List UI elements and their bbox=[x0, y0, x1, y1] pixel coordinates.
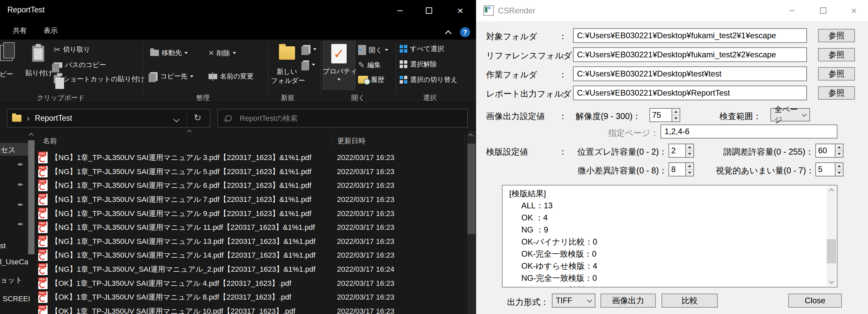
sidebar-scroll-up[interactable] bbox=[30, 134, 33, 137]
collapse-ribbon-button[interactable] bbox=[446, 31, 451, 36]
dropdown-caret-icon bbox=[233, 52, 236, 54]
list-scrollbar-thumb[interactable] bbox=[467, 144, 475, 234]
browse-button[interactable]: 参照 bbox=[818, 29, 855, 42]
copy-to-button[interactable]: コピー先 bbox=[150, 72, 193, 81]
open-icon bbox=[358, 45, 366, 55]
scissors-icon: ✂ bbox=[54, 46, 60, 54]
tab-share[interactable]: 共有 bbox=[8, 21, 32, 39]
sidebar-item[interactable]: SCREEI bbox=[3, 294, 30, 303]
sidebar-item-quick-access[interactable]: セス bbox=[0, 143, 28, 156]
results-scrollbar-thumb[interactable] bbox=[827, 239, 836, 263]
spin-down-button[interactable] bbox=[686, 169, 693, 176]
scroll-down-button[interactable] bbox=[827, 277, 836, 286]
list-scroll-up[interactable] bbox=[469, 134, 472, 138]
refresh-button[interactable]: ↻ bbox=[194, 113, 202, 122]
range-combobox[interactable]: 全ページ bbox=[770, 108, 810, 121]
table-row[interactable]: 【NG】1章_TP-JL350UV SAI運用マニュアル 5.pdf【22031… bbox=[33, 165, 467, 178]
maximize-button[interactable] bbox=[812, 0, 834, 21]
micro-diff-tolerance-input[interactable] bbox=[669, 162, 686, 176]
easy-access-button[interactable] bbox=[303, 60, 315, 69]
table-row[interactable]: 【OK】1章_TP-JL350UV SAI運用マニュアル 10.pdf【2203… bbox=[33, 304, 467, 314]
dropdown-caret-icon bbox=[313, 48, 316, 50]
copy-button[interactable]: ピー bbox=[0, 43, 18, 79]
results-listbox[interactable]: [検版結果] ALL：13 OK ：4 NG ：9 OK-バイナリ比較：0 OK… bbox=[502, 185, 837, 287]
close-dialog-button[interactable]: Close bbox=[788, 293, 842, 308]
spin-up-button[interactable] bbox=[835, 144, 843, 151]
spin-down-button[interactable] bbox=[835, 169, 843, 176]
breadcrumb[interactable]: ReportTest bbox=[35, 114, 72, 123]
rename-button[interactable]: 名前の変更 bbox=[209, 72, 253, 81]
column-divider[interactable] bbox=[465, 133, 465, 145]
table-row[interactable]: 【NG】1章_TP-JL350UV SAI運用マニュアル 13.pdf【2203… bbox=[33, 234, 467, 248]
table-row[interactable]: 【NG】1章_TP-JL350UV SAI運用マニュアル 3.pdf【22031… bbox=[33, 151, 467, 164]
help-button[interactable]: ? bbox=[460, 27, 470, 37]
results-scrollbar[interactable] bbox=[827, 186, 836, 286]
spin-up-button[interactable] bbox=[672, 109, 680, 115]
scroll-up-button[interactable] bbox=[827, 186, 836, 196]
compare-button[interactable]: 比較 bbox=[661, 293, 718, 308]
spin-up-button[interactable] bbox=[686, 163, 693, 169]
pages-input[interactable] bbox=[660, 124, 837, 139]
minimize-button[interactable] bbox=[389, 0, 411, 21]
new-item-button[interactable] bbox=[303, 45, 316, 54]
report-folder-input[interactable] bbox=[573, 86, 807, 100]
file-date: 2022/03/17 16:23 bbox=[337, 167, 394, 176]
paste-shortcut-button[interactable]: ショートカットの貼り付け bbox=[54, 75, 145, 84]
table-row[interactable]: 【NG】1章_TP-JL350UV SAI運用マニュアル 11.pdf【2203… bbox=[33, 220, 467, 234]
select-all-button[interactable]: すべて選択 bbox=[400, 44, 444, 53]
tone-tolerance-input[interactable] bbox=[815, 144, 835, 158]
spin-down-button[interactable] bbox=[835, 151, 843, 157]
column-header-date[interactable]: 更新日時 bbox=[337, 136, 366, 146]
paste-button[interactable]: 貼り付け bbox=[26, 42, 51, 78]
minimize-button[interactable] bbox=[781, 0, 803, 21]
tab-view[interactable]: 表示 bbox=[39, 21, 62, 39]
browse-button[interactable]: 参照 bbox=[818, 48, 855, 61]
address-bar[interactable]: › ReportTest ↻ bbox=[7, 109, 210, 127]
column-header-name[interactable]: 名前 bbox=[43, 136, 57, 146]
delete-button[interactable]: × 削除 bbox=[209, 48, 236, 58]
search-box[interactable] bbox=[218, 109, 468, 127]
maximize-button[interactable] bbox=[418, 0, 440, 21]
browse-button[interactable]: 参照 bbox=[818, 86, 855, 99]
invert-selection-button[interactable]: 選択の切り替え bbox=[400, 75, 457, 84]
browse-button[interactable]: 参照 bbox=[818, 67, 855, 81]
spin-up-button[interactable] bbox=[835, 163, 843, 169]
table-row[interactable]: 【NG】1章_TP-JL350UV SAI運用マニュアル 14.pdf【2203… bbox=[33, 248, 467, 262]
address-dropdown-button[interactable] bbox=[174, 117, 179, 121]
history-button[interactable]: 履歴 bbox=[358, 75, 384, 84]
image-output-button[interactable]: 画像出力 bbox=[600, 293, 656, 308]
close-button[interactable]: × bbox=[843, 0, 865, 21]
target-folder-input[interactable] bbox=[573, 28, 807, 43]
properties-button[interactable]: ✓ プロパティ bbox=[322, 41, 355, 90]
work-folder-input[interactable] bbox=[573, 66, 807, 81]
open-button[interactable]: 開く bbox=[358, 45, 388, 55]
copy-path-button[interactable]: パスのコピー bbox=[54, 60, 106, 69]
spin-down-button[interactable] bbox=[672, 115, 680, 122]
column-divider[interactable] bbox=[331, 133, 332, 145]
table-row[interactable]: 【NG】1章_TP-JL350UV SAI運用マニュアル 6.pdf【22031… bbox=[33, 178, 467, 192]
table-row[interactable]: 【OK】1章_TP-JL350UV SAI運用マニュアル 4.pdf【22031… bbox=[33, 277, 467, 290]
sidebar-item[interactable]: ョット bbox=[0, 275, 23, 285]
table-row[interactable]: 【NG】1章_TP-JL350UV SAI運用マニュアル 7.pdf【22031… bbox=[33, 193, 467, 206]
output-format-combobox[interactable]: TIFF bbox=[552, 293, 595, 308]
move-to-button[interactable]: 移動先 bbox=[150, 48, 188, 57]
table-row[interactable]: 【OK】1章_TP-JL350UV SAI運用マニュアル 8.pdf【22031… bbox=[33, 290, 467, 304]
edit-button[interactable]: ✎ 編集 bbox=[358, 60, 381, 69]
group-label-clipboard: クリップボード bbox=[37, 93, 85, 102]
close-button[interactable]: × bbox=[449, 0, 471, 21]
spin-down-button[interactable] bbox=[686, 151, 693, 157]
sidebar-item[interactable]: l_UseCa bbox=[0, 258, 28, 266]
position-tolerance-input[interactable] bbox=[669, 144, 686, 158]
table-row[interactable]: 【NG】1章_TP-JL350UV SAI運用マニュアル 9.pdf【22031… bbox=[33, 207, 467, 220]
table-row[interactable]: 【NG】1章_TP-JL350UV_SAI運用マニュアル_2.pdf【22031… bbox=[33, 262, 467, 276]
sidebar-item[interactable]: st bbox=[0, 241, 6, 250]
search-input[interactable] bbox=[239, 114, 455, 123]
visual-fuzziness-input[interactable] bbox=[815, 162, 835, 176]
cut-button[interactable]: ✂ 切り取り bbox=[54, 45, 90, 54]
result-line: [検版結果] bbox=[502, 188, 837, 200]
select-none-button[interactable]: 選択解除 bbox=[400, 60, 437, 69]
spin-up-button[interactable] bbox=[686, 144, 693, 151]
reference-folder-input[interactable] bbox=[573, 47, 807, 62]
new-folder-button[interactable]: 新しい フォルダー bbox=[271, 41, 303, 85]
resolution-input[interactable] bbox=[649, 108, 672, 122]
